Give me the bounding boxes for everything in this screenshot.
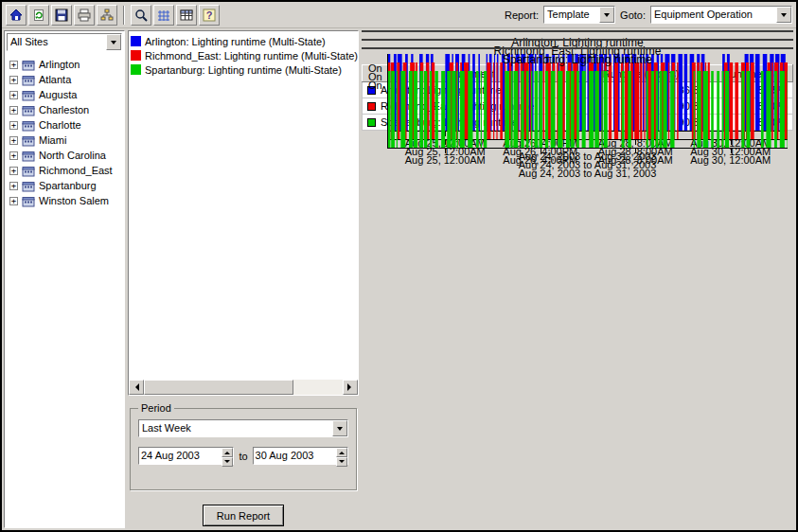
app-window: ? Report: Template Goto: Equipment Opera… bbox=[0, 0, 798, 532]
legend-item: Richmond_East: Lighting runtime (Multi-S… bbox=[131, 48, 358, 62]
legend-item: Spartanburg: Lighting runtime (Multi-Sta… bbox=[131, 62, 358, 77]
expand-icon[interactable]: + bbox=[9, 61, 18, 69]
expand-icon[interactable]: + bbox=[9, 106, 18, 115]
x-axis-range-label: Aug 24, 2003 to Aug 31, 2003 bbox=[387, 168, 788, 179]
period-group: Period Last Week 24 Aug 2003 to bbox=[130, 402, 357, 490]
period-group-label: Period bbox=[138, 402, 174, 414]
sites-tree: +Arlington+Atlanta+Augusta+Charleston+Ch… bbox=[5, 53, 124, 527]
sidebar-item-richmond-east[interactable]: +Richmond_East bbox=[5, 163, 124, 178]
refresh-icon bbox=[31, 8, 46, 23]
scroll-right-icon[interactable] bbox=[343, 380, 358, 395]
save-button[interactable] bbox=[51, 5, 72, 26]
site-building-icon bbox=[22, 195, 35, 207]
expand-icon[interactable]: + bbox=[9, 151, 18, 160]
scrollbar-thumb[interactable] bbox=[144, 380, 293, 395]
expand-icon[interactable]: + bbox=[9, 121, 18, 130]
goto-select[interactable]: Equipment Operation bbox=[650, 6, 792, 24]
help-button[interactable]: ? bbox=[199, 5, 220, 26]
report-table-icon bbox=[179, 8, 194, 23]
x-tick-label: Aug 28, 8:00AM bbox=[598, 154, 673, 166]
chevron-down-icon[interactable] bbox=[332, 420, 347, 436]
sites-filter-value: All Sites bbox=[8, 34, 106, 50]
chevron-down-icon[interactable] bbox=[776, 7, 791, 23]
refresh-button[interactable] bbox=[28, 5, 49, 26]
date-range-row: 24 Aug 2003 to 30 Aug 2003 bbox=[138, 447, 348, 465]
spin-down-icon[interactable] bbox=[222, 457, 233, 467]
home-button[interactable] bbox=[6, 5, 27, 26]
to-label: to bbox=[239, 451, 247, 462]
sidebar-item-miami[interactable]: +Miami bbox=[5, 133, 124, 148]
legend-item: Arlington: Lighting runtime (Multi-State… bbox=[131, 34, 358, 48]
charts-container: Arlington: Lighting runtimeOnAug 25, 12:… bbox=[362, 30, 793, 56]
site-label: Spartanburg bbox=[39, 180, 97, 191]
site-label: Charleston bbox=[39, 104, 89, 115]
report-template-select[interactable]: Template bbox=[543, 6, 615, 24]
site-tree-icon bbox=[99, 8, 115, 23]
sidebar-item-arlington[interactable]: +Arlington bbox=[5, 57, 124, 72]
site-label: Miami bbox=[39, 134, 66, 146]
spin-down-icon[interactable] bbox=[336, 457, 347, 467]
grid-icon bbox=[156, 8, 171, 23]
x-axis-tick bbox=[635, 149, 636, 153]
grid-button[interactable] bbox=[153, 5, 174, 26]
report-label: Report: bbox=[505, 9, 539, 21]
report-table-button[interactable] bbox=[176, 5, 197, 26]
zoom-icon bbox=[133, 8, 149, 23]
x-axis-tick bbox=[731, 149, 732, 153]
expand-icon[interactable]: + bbox=[9, 91, 18, 99]
sidebar-item-north-carolina[interactable]: +North Carolina bbox=[5, 148, 124, 163]
x-tick-label: Aug 30, 12:00AM bbox=[690, 154, 771, 166]
legend-label: Richmond_East: Lighting runtime (Multi-S… bbox=[145, 50, 358, 62]
expand-icon[interactable]: + bbox=[9, 167, 18, 175]
period-preset-select[interactable]: Last Week bbox=[138, 419, 348, 437]
charts-panel: Arlington: Lighting runtimeOnAug 25, 12:… bbox=[362, 30, 794, 528]
end-date-spinner[interactable]: 30 Aug 2003 bbox=[253, 447, 348, 465]
chevron-down-icon[interactable] bbox=[106, 34, 121, 50]
x-axis-tick bbox=[541, 149, 541, 153]
site-building-icon bbox=[22, 74, 35, 86]
sidebar-item-atlanta[interactable]: +Atlanta bbox=[5, 72, 124, 87]
scrollbar-track[interactable] bbox=[293, 380, 343, 395]
x-tick-label: Aug 26, 4:00PM bbox=[503, 154, 577, 166]
sidebar-item-charleston[interactable]: +Charleston bbox=[5, 102, 124, 117]
site-building-icon bbox=[22, 134, 35, 147]
sidebar-item-spartanburg[interactable]: +Spartanburg bbox=[5, 178, 124, 193]
site-tree-button[interactable] bbox=[97, 5, 117, 26]
expand-icon[interactable]: + bbox=[9, 76, 18, 84]
legend-swatch bbox=[131, 50, 141, 61]
state-chart-richmond-east: Richmond_East: Lighting runtimeOnAug 25,… bbox=[362, 39, 793, 41]
spin-up-icon[interactable] bbox=[336, 448, 347, 457]
expand-icon[interactable]: + bbox=[9, 136, 18, 145]
chart-plot: Aug 25, 12:00AMAug 26, 4:00PMAug 28, 8:0… bbox=[387, 71, 788, 149]
site-building-icon bbox=[22, 180, 35, 192]
end-date-value: 30 Aug 2003 bbox=[254, 448, 336, 464]
toolbar-right: Report: Template Goto: Equipment Operati… bbox=[505, 6, 792, 24]
state-chart-arlington: Arlington: Lighting runtimeOnAug 25, 12:… bbox=[362, 30, 793, 32]
save-icon bbox=[54, 8, 69, 23]
legend-hscrollbar[interactable] bbox=[129, 380, 358, 395]
start-date-value: 24 Aug 2003 bbox=[139, 448, 222, 464]
start-date-spinner[interactable]: 24 Aug 2003 bbox=[138, 447, 234, 465]
run-report-button[interactable]: Run Report bbox=[203, 505, 284, 526]
expand-icon[interactable]: + bbox=[9, 182, 18, 190]
sidebar-item-augusta[interactable]: +Augusta bbox=[5, 87, 124, 102]
print-button[interactable] bbox=[74, 5, 95, 26]
svg-text:?: ? bbox=[206, 9, 213, 21]
spinner-buttons bbox=[222, 448, 233, 464]
sidebar-item-winston-salem[interactable]: +Winston Salem bbox=[5, 193, 124, 208]
sites-filter-select[interactable]: All Sites bbox=[7, 33, 122, 51]
scroll-left-icon[interactable] bbox=[129, 380, 144, 395]
goto-label: Goto: bbox=[620, 9, 646, 21]
zoom-button[interactable] bbox=[131, 5, 151, 26]
spin-up-icon[interactable] bbox=[222, 448, 233, 457]
chevron-down-icon[interactable] bbox=[599, 7, 614, 23]
sidebar-item-charlotte[interactable]: +Charlotte bbox=[5, 117, 124, 133]
expand-icon[interactable]: + bbox=[9, 197, 18, 205]
site-building-icon bbox=[22, 59, 35, 71]
home-icon bbox=[9, 8, 24, 23]
legend-list: Arlington: Lighting runtime (Multi-State… bbox=[129, 31, 358, 380]
sites-panel: All Sites +Arlington+Atlanta+Augusta+Cha… bbox=[4, 30, 125, 528]
chart-title: Spartanburg: Lighting runtime bbox=[363, 53, 792, 66]
content-area: All Sites +Arlington+Atlanta+Augusta+Cha… bbox=[2, 28, 796, 530]
row-color-swatch bbox=[367, 118, 376, 127]
